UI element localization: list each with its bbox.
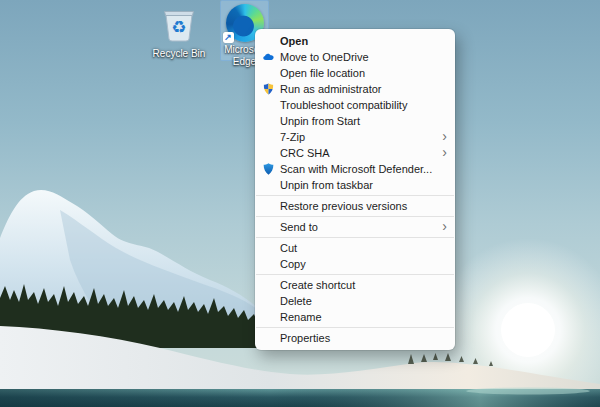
menu-item-crc-sha[interactable]: CRC SHA › (255, 145, 455, 161)
context-menu: Open Move to OneDrive Open file location (255, 29, 455, 350)
menu-item-create-shortcut[interactable]: Create shortcut (255, 277, 455, 293)
menu-item-open[interactable]: Open (255, 33, 455, 49)
recycle-bin-label: Recycle Bin (147, 48, 211, 60)
menu-item-scan-with-defender[interactable]: Scan with Microsoft Defender... (255, 161, 455, 177)
menu-item-label: Troubleshoot compatibility (280, 99, 407, 111)
menu-item-label: Scan with Microsoft Defender... (280, 163, 432, 175)
menu-item-label: Move to OneDrive (280, 51, 369, 63)
menu-item-unpin-from-start[interactable]: Unpin from Start (255, 113, 455, 129)
sun (501, 303, 555, 357)
menu-item-troubleshoot-compatibility[interactable]: Troubleshoot compatibility (255, 97, 455, 113)
menu-item-label: Create shortcut (280, 279, 355, 291)
menu-item-label: Unpin from taskbar (280, 179, 373, 191)
menu-item-unpin-from-taskbar[interactable]: Unpin from taskbar (255, 177, 455, 193)
menu-item-label: Delete (280, 295, 312, 307)
menu-separator (256, 216, 454, 217)
menu-item-label: Open (280, 35, 308, 47)
menu-item-delete[interactable]: Delete (255, 293, 455, 309)
menu-item-label: Unpin from Start (280, 115, 360, 127)
menu-item-open-file-location[interactable]: Open file location (255, 65, 455, 81)
menu-item-send-to[interactable]: Send to › (255, 219, 455, 235)
desktop-icon-recycle-bin[interactable]: ♻ Recycle Bin (147, 3, 211, 60)
menu-separator (256, 327, 454, 328)
svg-text:♻: ♻ (171, 17, 186, 37)
menu-item-label: Properties (280, 332, 330, 344)
defender-shield-icon (262, 163, 275, 176)
menu-item-rename[interactable]: Rename (255, 309, 455, 325)
menu-item-label: Rename (280, 311, 322, 323)
menu-item-cut[interactable]: Cut (255, 240, 455, 256)
menu-item-copy[interactable]: Copy (255, 256, 455, 272)
menu-item-run-as-administrator[interactable]: Run as administrator (255, 81, 455, 97)
menu-item-label: Restore previous versions (280, 200, 407, 212)
submenu-arrow-icon: › (442, 219, 447, 233)
desktop: ♻ Recycle Bin ↗ Microsoft Edge Open Move… (0, 0, 600, 407)
recycle-bin-icon: ♻ (161, 3, 197, 43)
menu-separator (256, 237, 454, 238)
menu-item-label: Send to (280, 221, 318, 233)
menu-item-properties[interactable]: Properties (255, 330, 455, 346)
menu-item-restore-previous-versions[interactable]: Restore previous versions (255, 198, 455, 214)
shortcut-arrow-badge-icon: ↗ (223, 32, 234, 43)
onedrive-cloud-icon (262, 51, 275, 64)
menu-separator (256, 274, 454, 275)
submenu-arrow-icon: › (442, 145, 447, 159)
menu-item-label: 7-Zip (280, 131, 305, 143)
menu-separator (256, 195, 454, 196)
sun-reflection (466, 388, 590, 395)
menu-item-7zip[interactable]: 7-Zip › (255, 129, 455, 145)
menu-item-label: CRC SHA (280, 147, 330, 159)
menu-item-label: Run as administrator (280, 83, 382, 95)
submenu-arrow-icon: › (442, 129, 447, 143)
menu-item-label: Open file location (280, 67, 365, 79)
uac-shield-icon (262, 83, 275, 96)
menu-item-label: Cut (280, 242, 297, 254)
menu-item-label: Copy (280, 258, 306, 270)
menu-item-move-to-onedrive[interactable]: Move to OneDrive (255, 49, 455, 65)
